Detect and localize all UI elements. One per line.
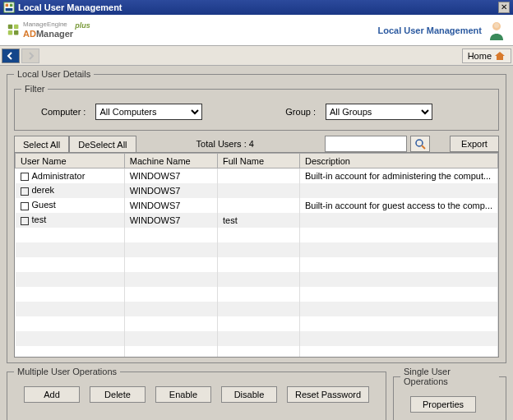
col-desc[interactable]: Description bbox=[299, 154, 497, 168]
header: ManageEngine ADManager plus Local User M… bbox=[0, 15, 513, 46]
table-row bbox=[16, 287, 498, 302]
computer-label: Computer : bbox=[41, 107, 86, 117]
row-checkbox[interactable] bbox=[21, 202, 29, 210]
total-users: Total Users : 4 bbox=[147, 139, 303, 149]
home-label: Home bbox=[468, 51, 492, 61]
enable-button[interactable]: Enable bbox=[155, 386, 211, 403]
table-row[interactable]: derekWINDOWS7 bbox=[16, 183, 498, 198]
navbar: Home bbox=[0, 46, 513, 66]
col-full[interactable]: Full Name bbox=[217, 154, 299, 168]
cell-full bbox=[217, 183, 299, 198]
group-select[interactable]: All Groups bbox=[326, 104, 432, 120]
multi-user-ops: Multiple User Operations Add Delete Enab… bbox=[7, 367, 386, 420]
row-checkbox[interactable] bbox=[21, 173, 29, 181]
cell-user: test bbox=[32, 215, 47, 224]
row-checkbox[interactable] bbox=[21, 217, 29, 225]
svg-rect-6 bbox=[8, 30, 12, 35]
back-button[interactable] bbox=[2, 48, 20, 63]
table-row[interactable]: testWINDOWS7test bbox=[16, 213, 498, 228]
titlebar: Local User Management ✕ bbox=[0, 0, 513, 15]
cell-full: test bbox=[217, 213, 299, 228]
delete-button[interactable]: Delete bbox=[90, 386, 146, 403]
app-icon bbox=[3, 2, 15, 13]
svg-rect-7 bbox=[14, 30, 18, 35]
cell-machine: WINDOWS7 bbox=[124, 198, 217, 213]
home-icon bbox=[494, 51, 506, 61]
cell-machine: WINDOWS7 bbox=[124, 183, 217, 198]
properties-button[interactable]: Properties bbox=[410, 396, 476, 413]
add-button[interactable]: Add bbox=[24, 386, 80, 403]
logo-ad: AD bbox=[23, 29, 36, 39]
single-legend: Single User Operations bbox=[400, 367, 499, 386]
search-input[interactable] bbox=[325, 136, 407, 152]
user-avatar-icon bbox=[487, 21, 506, 40]
logo-icon bbox=[7, 23, 21, 38]
search-icon bbox=[414, 138, 426, 150]
home-button[interactable]: Home bbox=[462, 48, 511, 63]
row-checkbox[interactable] bbox=[21, 187, 29, 196]
svg-rect-1 bbox=[6, 4, 9, 7]
select-all-button[interactable]: Select All bbox=[14, 136, 69, 152]
cell-desc: Built-in account for guest access to the… bbox=[299, 198, 497, 213]
computer-select[interactable]: All Computers bbox=[95, 104, 202, 120]
table-row bbox=[16, 316, 498, 331]
forward-button[interactable] bbox=[21, 48, 39, 63]
cell-desc bbox=[299, 183, 497, 198]
export-button[interactable]: Export bbox=[450, 136, 499, 152]
logo-top: ManageEngine bbox=[23, 21, 73, 28]
multi-legend: Multiple User Operations bbox=[14, 367, 120, 376]
table-row bbox=[16, 257, 498, 272]
svg-rect-3 bbox=[6, 8, 13, 12]
local-user-details: Local User Details Filter Computer : All… bbox=[7, 69, 506, 363]
logo-plus: plus bbox=[75, 21, 90, 30]
cell-machine: WINDOWS7 bbox=[124, 213, 217, 228]
table-row bbox=[16, 302, 498, 316]
users-table: User Name Machine Name Full Name Descrip… bbox=[14, 152, 499, 358]
filter-legend: Filter bbox=[21, 84, 48, 94]
logo: ManageEngine ADManager plus bbox=[7, 21, 90, 39]
cell-user: Guest bbox=[32, 200, 56, 210]
search-button[interactable] bbox=[410, 136, 430, 152]
page-title: Local User Management bbox=[377, 25, 482, 35]
cell-full bbox=[217, 168, 299, 183]
cell-machine: WINDOWS7 bbox=[124, 168, 217, 183]
table-row bbox=[16, 242, 498, 257]
table-row[interactable]: GuestWINDOWS7Built-in account for guest … bbox=[16, 198, 498, 213]
col-user[interactable]: User Name bbox=[16, 154, 125, 168]
group-label: Group : bbox=[285, 107, 316, 117]
cell-desc bbox=[299, 213, 497, 228]
table-row bbox=[16, 331, 498, 346]
svg-point-10 bbox=[416, 140, 423, 146]
disable-button[interactable]: Disable bbox=[221, 386, 277, 403]
close-button[interactable]: ✕ bbox=[498, 2, 510, 13]
deselect-all-button[interactable]: DeSelect All bbox=[69, 136, 136, 152]
cell-user: Administrator bbox=[32, 171, 86, 181]
cell-full bbox=[217, 198, 299, 213]
single-user-ops: Single User Operations Properties bbox=[393, 367, 506, 420]
window-title: Local User Management bbox=[18, 2, 122, 12]
col-machine[interactable]: Machine Name bbox=[124, 154, 217, 168]
table-row bbox=[16, 272, 498, 287]
svg-point-9 bbox=[494, 23, 499, 28]
svg-rect-2 bbox=[10, 4, 13, 7]
filter-group: Filter Computer : All Computers Group : … bbox=[14, 84, 499, 131]
table-row bbox=[16, 228, 498, 242]
table-row[interactable]: AdministratorWINDOWS7Built-in account fo… bbox=[16, 168, 498, 183]
details-legend: Local User Details bbox=[14, 69, 94, 79]
cell-desc: Built-in account for administering the c… bbox=[299, 168, 497, 183]
logo-manager: Manager bbox=[36, 29, 73, 39]
svg-rect-4 bbox=[8, 24, 12, 28]
svg-rect-5 bbox=[14, 24, 18, 28]
reset-password-button[interactable]: Reset Password bbox=[287, 386, 369, 403]
table-row bbox=[16, 346, 498, 358]
cell-user: derek bbox=[32, 185, 55, 195]
svg-line-11 bbox=[422, 145, 425, 149]
